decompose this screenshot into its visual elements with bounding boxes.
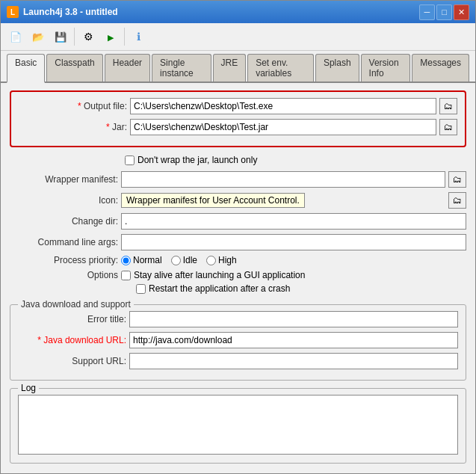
log-textarea[interactable] (18, 395, 458, 455)
change-dir-label: Change dir: (10, 216, 118, 227)
folder-icon-4: 🗂 (453, 195, 462, 206)
output-file-browse-button[interactable]: 🗂 (439, 98, 457, 114)
folder-icon: 🗂 (444, 101, 453, 111)
tab-jre[interactable]: JRE (213, 54, 247, 81)
error-title-label: Error title: (18, 314, 126, 324)
build-button[interactable] (100, 26, 121, 47)
output-file-row: Output file: 🗂 (19, 98, 457, 114)
maximize-button[interactable]: □ (436, 4, 452, 20)
folder-icon-3: 🗂 (453, 174, 462, 185)
restart-checkbox[interactable] (136, 284, 146, 294)
required-fields-section: Output file: 🗂 Jar: 🗂 (10, 90, 466, 147)
priority-high-radio[interactable] (206, 256, 216, 265)
change-dir-row: Change dir: (10, 213, 466, 230)
options-group: Stay alive after launching a GUI applica… (121, 270, 305, 294)
restart-text: Restart the application after a crash (149, 283, 290, 294)
priority-normal-radio[interactable] (121, 256, 131, 265)
priority-high-label: High (206, 255, 237, 265)
info-icon (137, 31, 140, 43)
restart-label: Restart the application after a crash (136, 283, 305, 294)
priority-idle-text: Idle (183, 255, 197, 265)
command-line-args-label: Command line args: (10, 237, 118, 247)
command-line-args-row: Command line args: (10, 234, 466, 250)
priority-idle-label: Idle (171, 255, 197, 265)
app-icon: L (7, 6, 19, 18)
toolbar-separator-2 (124, 28, 125, 46)
main-window: L Launch4j 3.8 - untitled ─ □ ✕ (0, 0, 476, 474)
tab-bar: Basic Classpath Header Single instance J… (1, 51, 475, 83)
save-button[interactable] (50, 26, 71, 47)
output-file-input[interactable] (130, 98, 436, 114)
tab-classpath[interactable]: Classpath (46, 54, 102, 81)
dont-wrap-label: Don't wrap the jar, launch only (137, 155, 257, 165)
priority-normal-label: Normal (121, 255, 162, 265)
stay-alive-checkbox[interactable] (121, 271, 131, 280)
window-title: Launch4j 3.8 - untitled (23, 7, 118, 17)
icon-label: Icon: (10, 195, 118, 206)
process-priority-row: Process priority: Normal Idle High (10, 255, 466, 265)
new-icon (10, 31, 22, 43)
wrapper-manifest-browse-button[interactable]: 🗂 (448, 171, 466, 188)
config-button[interactable] (78, 26, 99, 47)
command-line-args-input[interactable] (121, 234, 466, 250)
options-label: Options (10, 270, 118, 280)
priority-radio-group: Normal Idle High (121, 255, 237, 265)
priority-normal-text: Normal (133, 255, 162, 265)
java-section: Java download and support Error title: *… (10, 304, 466, 381)
support-url-label: Support URL: (18, 356, 126, 366)
change-dir-input[interactable] (121, 213, 466, 230)
jar-input[interactable] (130, 119, 436, 135)
open-button[interactable] (28, 26, 49, 47)
tab-messages[interactable]: Messages (412, 54, 469, 81)
error-title-row: Error title: (18, 311, 458, 327)
open-icon (32, 31, 44, 43)
options-row: Options Stay alive after launching a GUI… (10, 270, 466, 294)
toolbar-separator (74, 28, 75, 46)
priority-idle-radio[interactable] (171, 256, 181, 265)
java-download-url-input[interactable] (129, 332, 458, 348)
tab-set-env[interactable]: Set env. variables (247, 54, 314, 81)
dont-wrap-checkbox[interactable] (125, 156, 135, 165)
tab-basic[interactable]: Basic (7, 54, 45, 83)
priority-high-text: High (218, 255, 237, 265)
log-section-title: Log (18, 383, 39, 393)
title-controls: ─ □ ✕ (419, 4, 469, 20)
stay-alive-text: Stay alive after launching a GUI applica… (134, 270, 305, 280)
support-url-input[interactable] (129, 353, 458, 369)
wrapper-manifest-row: Wrapper manifest: 🗂 (10, 171, 466, 188)
title-bar: L Launch4j 3.8 - untitled ─ □ ✕ (1, 1, 475, 23)
stay-alive-label: Stay alive after launching a GUI applica… (121, 270, 305, 280)
folder-icon-2: 🗂 (444, 122, 453, 132)
log-section: Log (10, 388, 466, 464)
minimize-button[interactable]: ─ (419, 4, 435, 20)
tab-single-instance[interactable]: Single instance (152, 54, 211, 81)
icon-row: Icon: Wrapper manifest for User Account … (10, 192, 466, 209)
tab-splash[interactable]: Splash (315, 54, 359, 81)
icon-tooltip: Wrapper manifest for User Account Contro… (121, 193, 305, 208)
wrapper-manifest-input[interactable] (121, 171, 445, 188)
jar-browse-button[interactable]: 🗂 (439, 119, 457, 135)
process-priority-label: Process priority: (10, 255, 118, 265)
tab-version-info[interactable]: Version Info (361, 54, 411, 81)
java-download-url-label: * Java download URL: (18, 335, 126, 345)
jar-row: Jar: 🗂 (19, 119, 457, 135)
title-bar-left: L Launch4j 3.8 - untitled (7, 6, 118, 18)
gear-icon (84, 31, 93, 43)
wrapper-manifest-label: Wrapper manifest: (10, 174, 118, 185)
output-file-label: Output file: (19, 101, 127, 111)
info-button[interactable] (128, 26, 149, 47)
toolbar (1, 23, 475, 51)
save-icon (55, 31, 67, 43)
tab-header[interactable]: Header (105, 54, 150, 81)
close-button[interactable]: ✕ (454, 4, 469, 20)
play-icon (108, 31, 114, 43)
jar-label: Jar: (19, 122, 127, 132)
new-button[interactable] (5, 26, 26, 47)
java-section-title: Java download and support (18, 299, 134, 310)
dont-wrap-row: Don't wrap the jar, launch only (125, 155, 466, 165)
support-url-row: Support URL: (18, 353, 458, 369)
content-area: Output file: 🗂 Jar: 🗂 Don't wrap the jar… (1, 83, 475, 473)
icon-browse-button[interactable]: 🗂 (448, 192, 466, 209)
error-title-input[interactable] (129, 311, 458, 327)
java-download-url-row: * Java download URL: (18, 332, 458, 348)
